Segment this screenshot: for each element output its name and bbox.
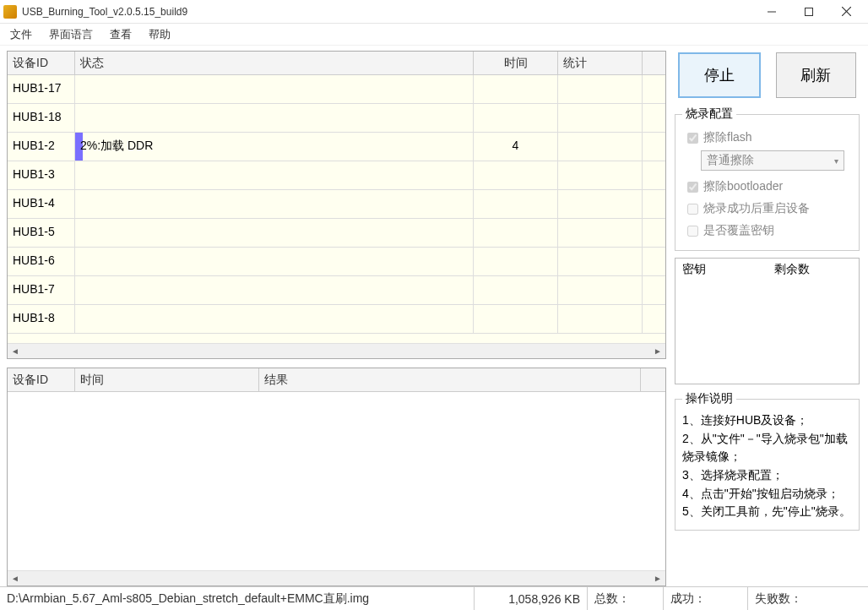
instructions-legend: 操作说明 — [682, 391, 736, 406]
table-row[interactable]: HUB1-7 — [8, 276, 665, 305]
table-row[interactable]: HUB1-8 — [8, 305, 665, 334]
instruction-line: 3、选择烧录配置； — [682, 466, 852, 485]
erase-bootloader-checkbox[interactable] — [687, 182, 698, 193]
table-row[interactable]: HUB1-5 — [8, 219, 665, 248]
svg-line-3 — [842, 7, 851, 16]
cell-status — [75, 190, 474, 218]
maximize-button[interactable] — [790, 0, 827, 24]
th-stats[interactable]: 统计 — [558, 52, 643, 74]
scroll-right-icon[interactable]: ► — [650, 571, 665, 585]
status-text: 2%:加载 DDR — [75, 139, 468, 154]
chevron-down-icon: ▾ — [834, 156, 838, 166]
cell-status — [75, 248, 474, 275]
scroll-left-icon[interactable]: ◄ — [8, 571, 23, 585]
cell-stats — [558, 75, 643, 103]
table-row[interactable]: HUB1-22%:加载 DDR4 — [8, 133, 665, 161]
keys-th-remaining[interactable]: 剩余数 — [768, 259, 860, 280]
table-row[interactable]: HUB1-17 — [8, 75, 665, 104]
reboot-after-checkbox[interactable] — [687, 204, 698, 215]
app-icon — [3, 5, 17, 19]
th2-result[interactable]: 结果 — [259, 368, 641, 391]
cell-time — [474, 161, 558, 189]
cell-stats — [558, 305, 643, 333]
th2-device-id[interactable]: 设备ID — [8, 368, 75, 391]
scroll-left-icon[interactable]: ◄ — [8, 344, 23, 358]
cell-time: 4 — [474, 133, 558, 161]
instruction-line: 4、点击"开始"按钮启动烧录； — [682, 485, 852, 504]
menu-language[interactable]: 界面语言 — [42, 25, 100, 45]
burn-config-group: 烧录配置 擦除flash 普通擦除 ▾ 擦除bootloader 烧录成功后重启… — [675, 106, 860, 251]
cell-time — [474, 219, 558, 247]
result-table: 设备ID 时间 结果 ◄ ► — [7, 368, 666, 586]
title-bar: USB_Burning_Tool_v2.0.5.15_build9 — [0, 0, 868, 24]
th-device-id[interactable]: 设备ID — [8, 52, 75, 74]
reboot-after-label: 烧录成功后重启设备 — [703, 201, 810, 216]
device-table-body: HUB1-17HUB1-18HUB1-22%:加载 DDR4HUB1-3HUB1… — [8, 75, 665, 343]
table-row[interactable]: HUB1-3 — [8, 161, 665, 190]
keys-th-key[interactable]: 密钥 — [675, 259, 768, 280]
instruction-line: 2、从"文件"－"导入烧录包"加载烧录镜像； — [682, 430, 852, 466]
refresh-button[interactable]: 刷新 — [776, 52, 857, 98]
th-status[interactable]: 状态 — [75, 52, 474, 74]
device-table: 设备ID 状态 时间 统计 HUB1-17HUB1-18HUB1-22%:加载 … — [7, 51, 666, 359]
cell-stats — [558, 219, 643, 247]
instructions-group: 操作说明 1、连接好HUB及设备； 2、从"文件"－"导入烧录包"加载烧录镜像；… — [675, 391, 860, 531]
status-success-label: 成功： — [664, 587, 748, 610]
menu-file[interactable]: 文件 — [3, 25, 39, 45]
cell-time — [474, 248, 558, 275]
overwrite-key-checkbox[interactable] — [687, 226, 698, 237]
result-table-body — [8, 392, 665, 570]
cell-stats — [558, 248, 643, 275]
cell-stats — [558, 190, 643, 218]
erase-mode-value: 普通擦除 — [707, 153, 754, 168]
cell-device-id: HUB1-3 — [8, 161, 75, 189]
status-fail-label: 失败数： — [748, 587, 868, 610]
cell-device-id: HUB1-4 — [8, 190, 75, 218]
th-time[interactable]: 时间 — [474, 52, 558, 74]
status-image-path: D:\Armbian_5.67_Aml-s805_Debian_stretch_… — [0, 587, 475, 610]
minimize-button[interactable] — [753, 0, 790, 24]
device-table-hscroll[interactable]: ◄ ► — [8, 343, 665, 358]
cell-device-id: HUB1-7 — [8, 276, 75, 304]
instruction-line: 5、关闭工具前，先"停止"烧录。 — [682, 503, 852, 521]
table-row[interactable]: HUB1-6 — [8, 248, 665, 276]
cell-status — [75, 161, 474, 189]
cell-stats — [558, 161, 643, 189]
cell-device-id: HUB1-8 — [8, 305, 75, 333]
result-table-hscroll[interactable]: ◄ ► — [8, 570, 665, 585]
result-table-header: 设备ID 时间 结果 — [8, 368, 665, 392]
cell-time — [474, 305, 558, 333]
keys-table: 密钥 剩余数 — [675, 258, 860, 384]
cell-time — [474, 276, 558, 304]
stop-button[interactable]: 停止 — [678, 52, 761, 98]
cell-time — [474, 75, 558, 103]
status-bar: D:\Armbian_5.67_Aml-s805_Debian_stretch_… — [0, 586, 868, 610]
erase-flash-checkbox[interactable] — [687, 133, 698, 144]
cell-status — [75, 75, 474, 103]
cell-status — [75, 104, 474, 132]
table-row[interactable]: HUB1-4 — [8, 190, 665, 219]
th2-time[interactable]: 时间 — [75, 368, 259, 391]
cell-status — [75, 219, 474, 247]
close-button[interactable] — [827, 0, 865, 24]
cell-stats — [558, 276, 643, 304]
table-row[interactable]: HUB1-18 — [8, 104, 665, 133]
status-image-size: 1,058,926 KB — [475, 587, 588, 610]
burn-config-legend: 烧录配置 — [682, 106, 736, 122]
cell-status: 2%:加载 DDR — [75, 133, 474, 161]
cell-status — [75, 305, 474, 333]
erase-mode-select[interactable]: 普通擦除 ▾ — [701, 150, 844, 171]
cell-device-id: HUB1-6 — [8, 248, 75, 275]
menu-help[interactable]: 帮助 — [142, 25, 177, 45]
status-total-label: 总数： — [588, 587, 664, 610]
svg-line-2 — [842, 7, 851, 16]
menu-bar: 文件 界面语言 查看 帮助 — [0, 24, 868, 46]
cell-device-id: HUB1-5 — [8, 219, 75, 247]
instruction-line: 1、连接好HUB及设备； — [682, 411, 852, 430]
erase-flash-label: 擦除flash — [703, 130, 752, 145]
menu-view[interactable]: 查看 — [103, 25, 138, 45]
cell-stats — [558, 133, 643, 161]
cell-stats — [558, 104, 643, 132]
window-title: USB_Burning_Tool_v2.0.5.15_build9 — [22, 6, 753, 18]
scroll-right-icon[interactable]: ► — [650, 344, 665, 358]
